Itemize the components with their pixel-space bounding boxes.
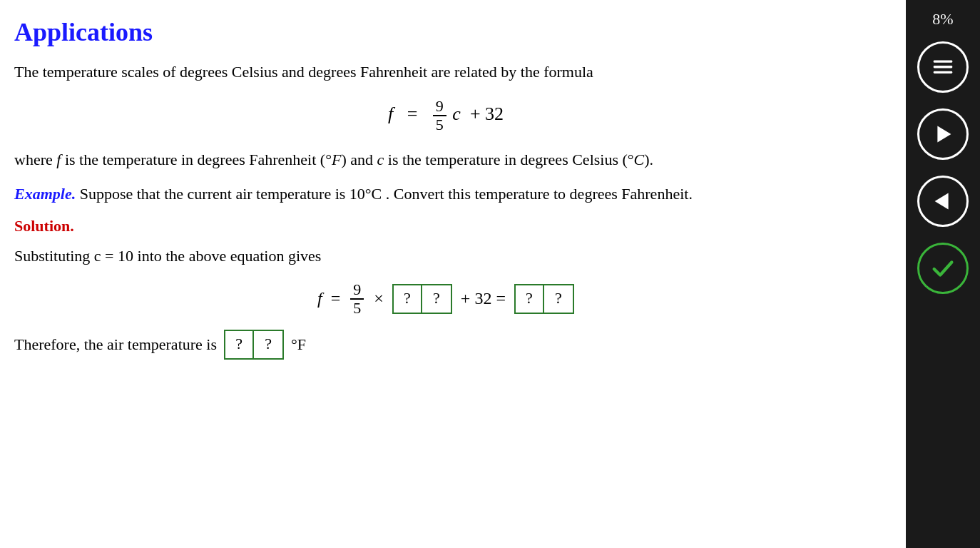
- answer-box-2b[interactable]: ?: [544, 285, 573, 313]
- answer-group-2: ? ?: [514, 284, 574, 314]
- answer-group-3: ? ?: [224, 330, 284, 360]
- answer-box-1a[interactable]: ?: [394, 285, 422, 313]
- intro-paragraph: The temperature scales of degrees Celsiu…: [14, 60, 877, 83]
- svg-rect-0: [934, 61, 953, 63]
- answer-group-1: ? ?: [392, 284, 452, 314]
- progress-percent: 8%: [906, 0, 980, 41]
- answer-box-3a[interactable]: ?: [225, 331, 254, 358]
- example-paragraph: Example. Suppose that the current air te…: [14, 182, 877, 206]
- therefore-line: Therefore, the air temperature is ? ? °F: [14, 330, 877, 360]
- solution-text: Substituting c = 10 into the above equat…: [14, 244, 877, 268]
- svg-rect-1: [934, 66, 953, 68]
- check-button[interactable]: [917, 243, 969, 294]
- equation-line: f = 9 5 × ? ? + 32 = ? ?: [14, 281, 877, 317]
- therefore-text: Therefore, the air temperature is: [14, 335, 217, 354]
- svg-rect-2: [934, 71, 953, 73]
- answer-box-3b[interactable]: ?: [254, 331, 282, 358]
- example-label: Example.: [14, 185, 76, 203]
- svg-marker-3: [937, 126, 951, 143]
- next-button[interactable]: [917, 108, 969, 160]
- degree-label: °F: [291, 335, 306, 354]
- answer-box-1b[interactable]: ?: [422, 285, 451, 313]
- sidebar: 8%: [906, 0, 980, 548]
- fraction: 9 5: [433, 98, 446, 133]
- solution-label: Solution.: [14, 217, 877, 235]
- page-title: Applications: [14, 17, 877, 47]
- answer-box-2a[interactable]: ?: [516, 285, 544, 313]
- formula-display: f = 9 5 c + 32: [14, 98, 877, 133]
- back-button[interactable]: [917, 176, 969, 227]
- body-paragraph: where f is the temperature in degrees Fa…: [14, 148, 877, 172]
- main-content: Applications The temperature scales of d…: [0, 0, 906, 548]
- menu-button[interactable]: [917, 41, 969, 93]
- svg-marker-4: [935, 193, 949, 210]
- fraction-2: 9 5: [350, 281, 364, 317]
